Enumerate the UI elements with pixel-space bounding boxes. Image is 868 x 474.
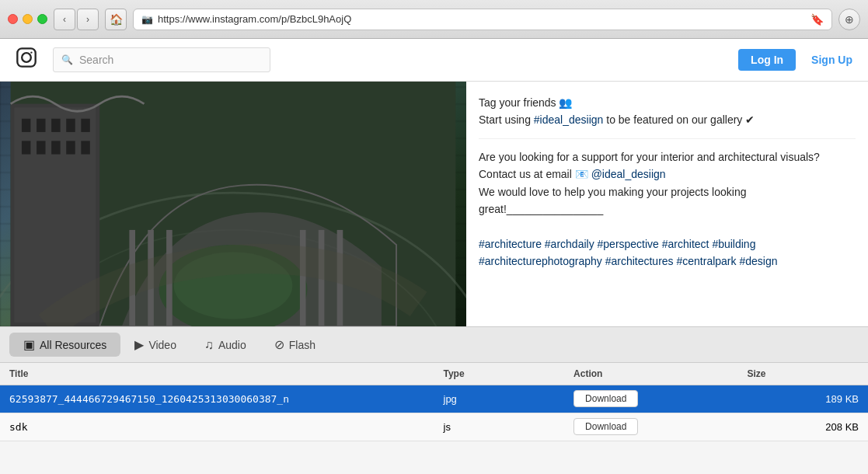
instagram-header: 🔍 Search Log In Sign Up <box>0 39 868 82</box>
svg-rect-17 <box>81 141 89 154</box>
row2-download-button[interactable]: Download <box>573 418 638 435</box>
th-title: Title <box>0 363 434 385</box>
caption-line4: Contact us at email 📧 @ideal_desiign <box>479 168 666 180</box>
back-button[interactable]: ‹ <box>54 9 75 30</box>
tab-all-resources-label: All Resources <box>40 339 106 351</box>
resource-tabs: ▣ All Resources ▶ Video ♫ Audio ⊘ Flash <box>0 327 868 363</box>
table-row[interactable]: 62593877_444466729467150_126042531303006… <box>0 385 868 413</box>
svg-point-2 <box>30 51 32 53</box>
audio-icon: ♫ <box>204 338 214 352</box>
th-size: Size <box>737 363 868 385</box>
row1-size: 189 KB <box>737 385 868 413</box>
caption-line3: Are you looking for a support for your i… <box>479 151 820 163</box>
tab-flash-label: Flash <box>289 339 315 351</box>
search-box[interactable]: 🔍 Search <box>53 47 270 72</box>
hashtag-ideal-desiign[interactable]: #ideal_desiign <box>534 113 604 126</box>
minimize-button[interactable] <box>23 14 33 24</box>
svg-rect-15 <box>51 141 60 154</box>
architecture-svg <box>0 82 466 326</box>
row2-size: 208 KB <box>737 413 868 441</box>
tab-audio-label: Audio <box>218 339 246 351</box>
main-content: Tag your friends 👥 Start using #ideal_de… <box>0 82 868 326</box>
row2-action-cell: Download <box>564 413 737 441</box>
caption-line5: We would love to help you making your pr… <box>479 186 746 215</box>
th-action: Action <box>564 363 737 385</box>
th-type: Type <box>434 363 565 385</box>
table-header: Title Type Action Size <box>0 363 868 385</box>
tab-audio[interactable]: ♫ Audio <box>190 333 260 357</box>
all-resources-icon: ▣ <box>23 337 35 352</box>
home-button[interactable]: 🏠 <box>105 9 127 30</box>
caption-text: Tag your friends 👥 Start using #ideal_de… <box>479 94 856 270</box>
mention-ideal-desiign[interactable]: @ideal_desiign <box>591 168 666 180</box>
row2-type: js <box>434 413 565 441</box>
search-icon: 🔍 <box>61 54 73 65</box>
search-placeholder: Search <box>79 54 113 66</box>
svg-rect-14 <box>37 141 45 154</box>
nav-buttons: ‹ › <box>54 9 99 30</box>
row1-download-button[interactable]: Download <box>573 390 638 407</box>
svg-point-1 <box>22 53 31 62</box>
svg-rect-23 <box>300 230 306 326</box>
tab-all-resources[interactable]: ▣ All Resources <box>9 333 120 357</box>
resource-panel: ▣ All Resources ▶ Video ♫ Audio ⊘ Flash … <box>0 326 868 474</box>
svg-rect-8 <box>22 119 30 132</box>
bookmark-icon[interactable]: 🔖 <box>810 13 824 26</box>
svg-rect-12 <box>81 119 89 132</box>
caption-panel: Tag your friends 👥 Start using #ideal_de… <box>466 82 868 326</box>
svg-rect-0 <box>17 48 35 66</box>
svg-rect-10 <box>51 119 60 132</box>
svg-rect-16 <box>66 141 75 154</box>
caption-divider <box>479 138 856 139</box>
url-text: https://www.instagram.com/p/BzbcL9hAojQ <box>158 13 806 25</box>
instagram-favicon-icon: 📷 <box>141 14 153 25</box>
post-image <box>0 82 466 326</box>
table-row[interactable]: sdk js Download 208 KB <box>0 413 868 441</box>
login-button[interactable]: Log In <box>738 49 796 71</box>
svg-rect-13 <box>22 141 30 154</box>
post-image-container <box>0 82 466 326</box>
caption-line1: Tag your friends 👥 <box>479 96 573 109</box>
forward-button[interactable]: › <box>77 9 99 30</box>
address-bar[interactable]: 📷 https://www.instagram.com/p/BzbcL9hAoj… <box>133 9 832 30</box>
plus-icon: ⊕ <box>845 13 854 26</box>
tab-flash[interactable]: ⊘ Flash <box>260 333 329 357</box>
tab-video-label: Video <box>148 339 176 351</box>
video-icon: ▶ <box>134 337 144 352</box>
table-body: 62593877_444466729467150_126042531303006… <box>0 385 868 441</box>
caption-hashtags: #architecture #archdaily #perspective #a… <box>479 238 777 267</box>
row1-title: 62593877_444466729467150_126042531303006… <box>0 385 434 413</box>
instagram-logo[interactable] <box>16 47 37 73</box>
row1-action-cell: Download <box>564 385 737 413</box>
row1-type: jpg <box>434 385 565 413</box>
signup-link[interactable]: Sign Up <box>811 54 852 66</box>
browser-chrome: ‹ › 🏠 📷 https://www.instagram.com/p/Bzbc… <box>0 0 868 39</box>
svg-rect-9 <box>37 119 45 132</box>
tab-video[interactable]: ▶ Video <box>120 333 190 357</box>
svg-rect-11 <box>66 119 75 132</box>
traffic-lights <box>8 14 47 24</box>
resource-table: Title Type Action Size 62593877_44446672… <box>0 363 868 441</box>
flash-icon: ⊘ <box>274 337 284 352</box>
browser-action-button[interactable]: ⊕ <box>838 9 860 30</box>
close-button[interactable] <box>8 14 18 24</box>
maximize-button[interactable] <box>37 14 47 24</box>
row2-title: sdk <box>0 413 434 441</box>
caption-line2: Start using #ideal_desiign to be feature… <box>479 113 755 126</box>
